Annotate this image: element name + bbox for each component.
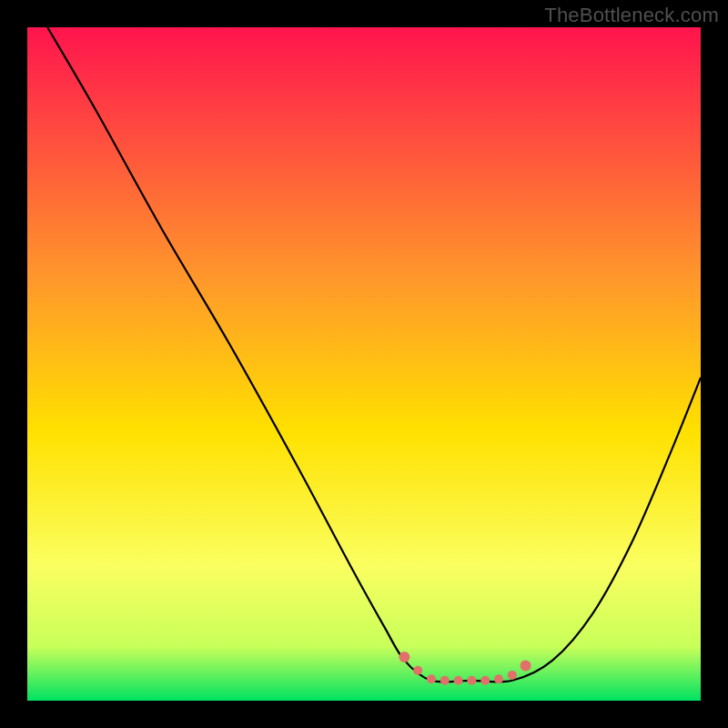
highlight-dot xyxy=(454,676,463,685)
highlight-dot xyxy=(494,674,503,683)
highlight-dot xyxy=(467,676,476,685)
highlight-dot xyxy=(521,661,531,672)
watermark-text: TheBottleneck.com xyxy=(544,4,719,27)
highlight-dot xyxy=(399,652,410,662)
highlight-dot xyxy=(427,674,436,683)
highlight-dot xyxy=(440,676,450,685)
chart-frame: TheBottleneck.com xyxy=(0,0,728,728)
bottleneck-curve xyxy=(47,27,701,682)
highlight-dot xyxy=(508,671,517,680)
curve-layer xyxy=(27,27,701,701)
highlight-dot xyxy=(480,676,490,685)
plot-area xyxy=(27,27,701,701)
highlight-dot xyxy=(413,666,422,675)
